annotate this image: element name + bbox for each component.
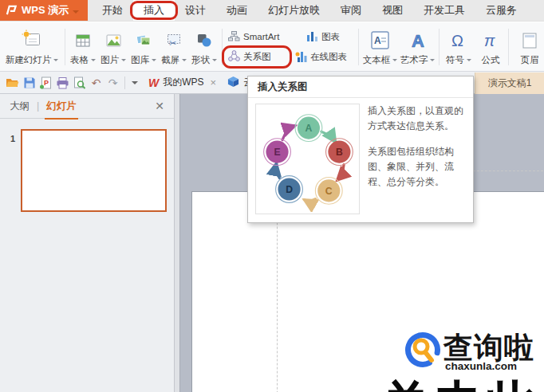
svg-text:✂: ✂: [169, 38, 176, 48]
cube-icon: [227, 76, 239, 90]
app-title: WPS 演示: [22, 3, 69, 18]
relation-chart-button[interactable]: 关系图: [228, 50, 286, 64]
tab-outline[interactable]: 大纲: [10, 100, 30, 113]
divider: |: [37, 100, 39, 112]
slide-thumbnail[interactable]: [21, 129, 167, 212]
tab-presentation1[interactable]: 演示文稿1: [475, 73, 544, 94]
chart-icon: [306, 30, 318, 43]
screenshot-icon: ✂: [167, 29, 181, 53]
wps-logo-icon: [6, 5, 18, 16]
customize-toolbar-caret-icon[interactable]: [132, 81, 138, 88]
chart-button[interactable]: 图表: [306, 30, 348, 43]
picture-button[interactable]: 图片: [98, 23, 128, 71]
app-logo-button[interactable]: WPS 演示: [0, 0, 88, 21]
shapes-label: 形状: [191, 54, 210, 66]
relation-chart-label: 关系图: [243, 51, 271, 63]
tooltip-body: A B C D E 插入关系图，以直观的方式表达信息关系。: [248, 98, 473, 220]
export-pdf-icon[interactable]: P: [37, 75, 54, 91]
node-b-label: B: [336, 147, 343, 158]
node-e-label: E: [274, 147, 280, 158]
table-button[interactable]: 表格: [68, 23, 98, 71]
tab-my-wps[interactable]: W 我的WPS ×: [143, 72, 222, 93]
online-chart-icon: [295, 51, 307, 64]
menu-tab-insert[interactable]: 插入: [133, 0, 175, 21]
cycle-diagram-icon: A B C D E: [259, 107, 357, 212]
menu-tab-devtools[interactable]: 开发工具: [413, 0, 475, 21]
panel-gutter[interactable]: [175, 94, 180, 392]
menu-tab-review[interactable]: 审阅: [330, 0, 372, 21]
undo-icon[interactable]: ↶: [88, 75, 104, 91]
print-icon[interactable]: [54, 75, 71, 91]
close-icon[interactable]: ×: [211, 76, 217, 88]
titlebar: WPS 演示 开始 插入 设计 动画 幻灯片放映 审阅 视图 开发工具 云服务: [0, 0, 544, 22]
formula-button[interactable]: π 公式: [475, 23, 506, 71]
shapes-button[interactable]: 形状: [189, 23, 219, 71]
online-chart-button[interactable]: 在线图表: [295, 51, 353, 64]
slides-panel: 大纲 | 幻灯片 ✕ 1: [0, 94, 175, 392]
relation-chart-tooltip: 插入关系图: [247, 76, 474, 223]
divider: [222, 29, 223, 65]
menu-tab-slideshow[interactable]: 幻灯片放映: [258, 0, 330, 21]
formula-label: 公式: [482, 54, 500, 66]
wordart-label: 艺术字: [400, 54, 428, 66]
slide-number: 1: [10, 134, 15, 143]
menu-tab-design[interactable]: 设计: [175, 0, 216, 21]
tab-presentation1-label: 演示文稿1: [488, 76, 532, 90]
diagram-group: SmartArt 图表: [225, 23, 356, 71]
chevron-down-icon: [91, 59, 96, 64]
tab-slides[interactable]: 幻灯片: [46, 100, 77, 113]
chevron-down-icon: [182, 59, 187, 64]
save-icon[interactable]: [21, 75, 37, 91]
close-icon[interactable]: ✕: [155, 100, 164, 112]
chevron-down-icon: [152, 59, 156, 64]
symbol-omega-icon: Ω: [449, 29, 468, 53]
new-slide-button[interactable]: 新建幻灯片: [2, 23, 62, 71]
svg-text:Ω: Ω: [451, 32, 463, 49]
menu-tab-home[interactable]: 开始: [92, 0, 133, 21]
divider: [358, 29, 359, 65]
chevron-down-icon: [430, 59, 435, 64]
menu-tab-view[interactable]: 视图: [372, 0, 413, 21]
smartart-button[interactable]: SmartArt: [228, 31, 297, 43]
divider: [439, 29, 440, 65]
chevron-down-icon: [467, 59, 471, 64]
open-folder-icon[interactable]: [4, 75, 21, 91]
gallery-icon: [136, 29, 152, 53]
new-slide-icon: [21, 29, 43, 53]
menu-tab-cloud[interactable]: 云服务: [475, 0, 527, 21]
node-a-label: A: [305, 123, 312, 134]
chevron-down-icon: [212, 59, 217, 64]
menu-tab-animation[interactable]: 动画: [216, 0, 258, 21]
textbox-button[interactable]: A 文本框: [361, 23, 399, 71]
relation-chart-icon: [228, 50, 240, 64]
svg-text:A: A: [412, 31, 424, 50]
svg-text:P: P: [44, 79, 49, 87]
chevron-down-icon: [53, 59, 58, 64]
redo-icon[interactable]: ↷: [104, 75, 121, 91]
chevron-down-icon: [392, 59, 397, 64]
table-icon: [76, 29, 90, 53]
node-d-label: D: [286, 184, 293, 195]
svg-text:π: π: [484, 32, 495, 49]
header-footer-label: 页眉: [521, 54, 539, 66]
wordart-icon: A: [408, 29, 428, 53]
insert-ribbon: 新建幻灯片 表格 图: [0, 22, 544, 72]
wps-presentation-window: WPS 演示 开始 插入 设计 动画 幻灯片放映 审阅 视图 开发工具 云服务: [0, 0, 544, 392]
screenshot-label: 截屏: [161, 54, 179, 66]
tooltip-description: 插入关系图，以直观的方式表达信息关系。 关系图包括组织结构图、象限、并列、流程、…: [368, 104, 466, 214]
header-footer-button[interactable]: 页眉: [511, 23, 544, 71]
symbol-button[interactable]: Ω 符号: [442, 23, 475, 71]
svg-text:A: A: [374, 35, 381, 46]
picture-icon: [106, 29, 121, 53]
print-preview-icon[interactable]: [71, 75, 88, 91]
wordart-button[interactable]: A 艺术字: [399, 23, 436, 71]
screenshot-button[interactable]: ✂ 截屏: [159, 23, 189, 71]
gallery-button[interactable]: 图库: [128, 23, 159, 71]
divider: [124, 76, 125, 89]
menu-bar: 开始 插入 设计 动画 幻灯片放映 审阅 视图 开发工具 云服务: [92, 0, 527, 21]
symbol-label: 符号: [446, 54, 464, 66]
wps-w-icon: W: [148, 76, 159, 89]
formula-pi-icon: π: [481, 29, 500, 53]
gallery-label: 图库: [131, 54, 149, 66]
tooltip-paragraph-2: 关系图包括组织结构图、象限、并列、流程、总分等分类。: [368, 144, 466, 190]
